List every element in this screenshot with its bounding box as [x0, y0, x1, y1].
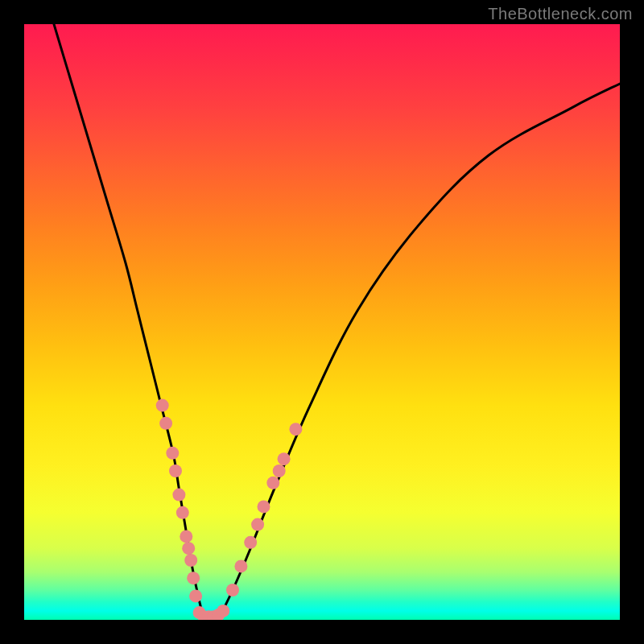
marker-dot	[258, 500, 270, 513]
marker-dots	[156, 399, 303, 620]
marker-dot	[273, 464, 286, 477]
marker-dot	[176, 506, 189, 519]
chart-frame: TheBottleneck.com	[0, 0, 644, 644]
marker-dot	[226, 584, 239, 597]
marker-dot	[217, 605, 229, 617]
bottleneck-curve	[54, 24, 620, 620]
marker-dot	[180, 530, 192, 543]
marker-dot	[184, 554, 197, 567]
plot-area	[24, 24, 620, 620]
marker-dot	[289, 423, 302, 436]
marker-dot	[159, 417, 172, 430]
watermark-text: TheBottleneck.com	[488, 5, 633, 23]
marker-dot	[187, 572, 200, 584]
marker-dot	[169, 464, 182, 477]
marker-dot	[156, 399, 169, 412]
marker-dot	[251, 518, 264, 531]
marker-dot	[234, 559, 247, 572]
marker-dot	[266, 477, 279, 489]
marker-dot	[182, 542, 195, 555]
curve-svg	[24, 24, 620, 620]
marker-dot	[278, 452, 291, 465]
marker-dot	[189, 589, 202, 602]
marker-dot	[172, 489, 185, 502]
marker-dot	[166, 447, 179, 460]
marker-dot	[244, 536, 257, 549]
